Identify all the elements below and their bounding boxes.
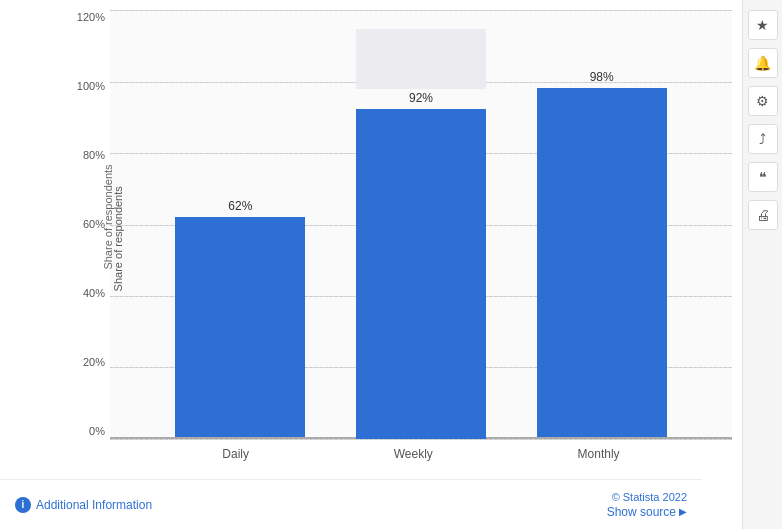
bar-weekly: [356, 109, 486, 439]
quote-icon: ❝: [759, 169, 767, 185]
plot-area: 62% 92% 98%: [110, 10, 732, 439]
print-button[interactable]: 🖨: [748, 200, 778, 230]
gear-icon: ⚙: [756, 93, 769, 109]
additional-info-label[interactable]: Additional Information: [36, 498, 152, 512]
y-axis-title: Share of respondents: [112, 186, 124, 291]
print-icon: 🖨: [756, 207, 770, 223]
y-label-100: 100%: [70, 81, 110, 92]
weekly-highlight-box: [356, 29, 486, 89]
star-icon: ★: [756, 17, 769, 33]
sidebar: ★ 🔔 ⚙ ⤴ ❝ 🖨: [742, 0, 782, 529]
x-label-weekly: Weekly: [394, 447, 433, 461]
share-button[interactable]: ⤴: [748, 124, 778, 154]
show-source-label: Show source: [607, 505, 676, 519]
settings-button[interactable]: ⚙: [748, 86, 778, 116]
info-icon: i: [15, 497, 31, 513]
chart-wrapper: Share of respondents 120% 100% 80% 60% 4…: [60, 10, 732, 469]
x-axis-labels: Daily Weekly Monthly: [110, 439, 732, 469]
x-label-monthly: Monthly: [578, 447, 620, 461]
y-label-80: 80%: [70, 150, 110, 161]
bell-icon: 🔔: [754, 55, 771, 71]
show-source-button[interactable]: Show source ▶: [607, 505, 687, 519]
bar-value-daily: 62%: [228, 199, 252, 213]
quote-button[interactable]: ❝: [748, 162, 778, 192]
y-label-20: 20%: [70, 357, 110, 368]
bars-container: 62% 92% 98%: [110, 10, 732, 439]
main-container: Share of respondents 120% 100% 80% 60% 4…: [0, 0, 782, 529]
x-label-daily: Daily: [222, 447, 249, 461]
footer: i Additional Information © Statista 2022…: [0, 479, 702, 529]
bar-value-monthly: 98%: [590, 70, 614, 84]
bar-monthly: [537, 88, 667, 439]
bar-value-weekly: 92%: [409, 91, 433, 105]
footer-left: i Additional Information: [15, 497, 152, 513]
y-label-120: 120%: [70, 12, 110, 23]
chart-area: Share of respondents 120% 100% 80% 60% 4…: [0, 0, 742, 529]
share-icon: ⤴: [759, 131, 766, 147]
bar-group-daily: 62%: [175, 199, 305, 439]
bell-button[interactable]: 🔔: [748, 48, 778, 78]
footer-right: © Statista 2022 Show source ▶: [607, 491, 687, 519]
star-button[interactable]: ★: [748, 10, 778, 40]
y-label-0: 0%: [70, 426, 110, 437]
y-label-40: 40%: [70, 288, 110, 299]
bar-group-weekly: 92%: [356, 91, 486, 439]
arrow-right-icon: ▶: [679, 506, 687, 517]
bar-group-monthly: 98%: [537, 70, 667, 439]
bar-daily: [175, 217, 305, 439]
copyright-text: © Statista 2022: [612, 491, 687, 503]
